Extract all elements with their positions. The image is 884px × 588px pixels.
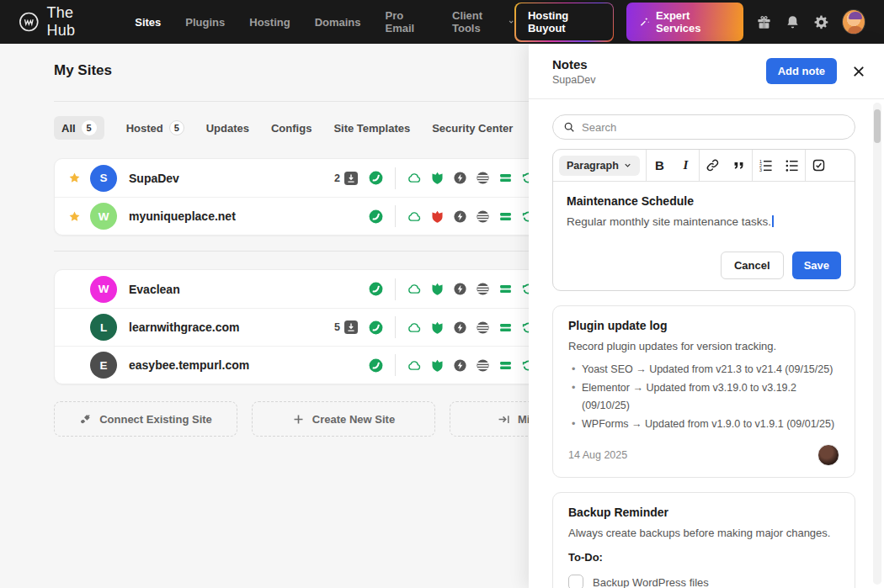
note-card-plugin-update-log[interactable]: Plugin update log Record plugin updates … (552, 305, 855, 478)
performance-bolt-icon[interactable] (453, 320, 467, 335)
plugin-update-item: WPForms → Updated from v1.9.0 to v1.9.1 … (568, 416, 839, 434)
checkbox-unchecked[interactable] (568, 575, 583, 588)
tab-updates[interactable]: Updates (206, 122, 249, 135)
bold-button[interactable]: B (647, 150, 673, 182)
uptime-bars-icon[interactable] (498, 282, 513, 296)
create-new-site-button[interactable]: Create New Site (252, 401, 435, 437)
sites-filter-tabs: All 5 Hosted 5 Updates Configs Site Temp… (54, 116, 513, 140)
wpmudev-plugin-icon[interactable] (358, 320, 393, 336)
brand[interactable]: The Hub (19, 4, 103, 40)
plugin-update-list: Yoast SEO → Updated from v21.3 to v21.4 … (568, 361, 839, 433)
hosting-cloud-icon[interactable] (407, 171, 422, 185)
note-body-value: Regular monthly site maintenance tasks. (567, 215, 771, 228)
gift-icon[interactable] (756, 14, 772, 30)
search-icon (563, 121, 575, 133)
hosting-buyout-button[interactable]: Hosting Buyout (514, 3, 614, 42)
italic-button[interactable]: I (673, 150, 699, 182)
performance-bolt-icon[interactable] (453, 358, 467, 373)
add-note-button[interactable]: Add note (766, 58, 837, 84)
page-title: My Sites (54, 62, 112, 79)
connect-existing-site-button[interactable]: Connect Existing Site (54, 401, 237, 437)
save-button[interactable]: Save (792, 252, 841, 279)
cancel-button[interactable]: Cancel (721, 252, 784, 279)
updates-available-badge[interactable]: 2 (314, 172, 358, 185)
settings-gear-icon[interactable] (813, 14, 829, 30)
updates-available-badge[interactable]: 5 (314, 320, 358, 334)
note-editor-content[interactable]: Maintenance Schedule Regular monthly sit… (553, 182, 855, 290)
client-tools-label: Client Tools (452, 9, 503, 34)
tab-all[interactable]: All 5 (54, 116, 104, 140)
site-name[interactable]: SupaDev (129, 172, 314, 185)
site-name[interactable]: Evaclean (129, 283, 314, 296)
user-avatar[interactable] (842, 9, 865, 34)
nav-item-pro-email[interactable]: Pro Email (386, 9, 428, 34)
security-shield-icon[interactable] (430, 171, 445, 185)
hosting-cloud-icon[interactable] (407, 282, 422, 296)
tab-configs[interactable]: Configs (271, 122, 312, 135)
nav-item-plugins[interactable]: Plugins (185, 16, 225, 29)
note-title-text[interactable]: Maintenance Schedule (567, 194, 841, 208)
navbar-right: Hosting Buyout Expert Services (514, 3, 865, 42)
wpmudev-plugin-icon[interactable] (358, 358, 393, 373)
notes-title: Notes (552, 57, 595, 72)
nav-item-client-tools[interactable]: Client Tools (452, 9, 514, 34)
blockquote-icon[interactable] (726, 150, 752, 182)
note-body-text[interactable]: Regular monthly site maintenance tasks. (567, 215, 841, 228)
notifications-bell-icon[interactable] (785, 14, 801, 30)
uptime-bars-icon[interactable] (498, 171, 513, 185)
tab-security-center[interactable]: Security Center (432, 122, 513, 135)
site-avatar: W (90, 203, 117, 230)
site-name[interactable]: easybee.tempurl.com (129, 358, 314, 372)
wpmudev-plugin-icon[interactable] (358, 170, 393, 186)
performance-bolt-icon[interactable] (453, 282, 467, 296)
paragraph-style-dropdown[interactable]: Paragraph (559, 156, 640, 176)
nav-item-domains[interactable]: Domains (315, 16, 361, 29)
nav-item-sites[interactable]: Sites (135, 16, 161, 29)
uptime-bars-icon[interactable] (498, 209, 513, 224)
panel-scrollbar-track[interactable] (873, 103, 881, 585)
smush-stripes-icon[interactable] (476, 320, 490, 335)
expert-services-button[interactable]: Expert Services (626, 3, 743, 41)
uptime-bars-icon[interactable] (498, 320, 513, 335)
link-icon[interactable] (700, 150, 726, 182)
editor-toolbar: Paragraph B I 123 (553, 150, 855, 182)
note-date: 14 Aug 2025 (568, 449, 627, 461)
smush-stripes-icon[interactable] (476, 282, 490, 296)
site-name[interactable]: myuniqueplace.net (129, 209, 314, 223)
service-icons (407, 320, 535, 335)
wpmudev-plugin-icon[interactable] (358, 281, 393, 297)
close-icon[interactable] (852, 65, 865, 78)
hosting-cloud-icon[interactable] (407, 209, 422, 224)
performance-bolt-icon[interactable] (453, 209, 467, 224)
security-shield-icon[interactable] (430, 209, 445, 224)
row-divider (395, 278, 396, 300)
panel-scrollbar-thumb[interactable] (874, 109, 881, 143)
hosting-cloud-icon[interactable] (407, 358, 422, 373)
uptime-bars-icon[interactable] (498, 358, 513, 373)
chevron-down-icon (508, 18, 514, 26)
note-card-backup-reminder[interactable]: Backup Reminder Always create backups be… (552, 492, 855, 588)
nav-item-hosting[interactable]: Hosting (249, 16, 290, 29)
bullet-list-icon[interactable] (779, 150, 805, 182)
hosting-cloud-icon[interactable] (407, 320, 422, 335)
site-name[interactable]: learnwithgrace.com (129, 320, 314, 334)
checklist-icon[interactable] (806, 150, 832, 182)
ordered-list-icon[interactable]: 123 (753, 150, 779, 182)
security-shield-icon[interactable] (430, 358, 445, 373)
favorite-star-icon[interactable] (68, 172, 90, 184)
search-input[interactable] (582, 121, 844, 134)
tab-hosted[interactable]: Hosted 5 (126, 120, 184, 135)
security-shield-icon[interactable] (430, 320, 445, 335)
smush-stripes-icon[interactable] (476, 358, 490, 373)
favorite-star-icon[interactable] (68, 210, 90, 223)
notes-search (552, 114, 855, 140)
tab-site-templates[interactable]: Site Templates (333, 122, 410, 135)
wpmudev-plugin-icon[interactable] (358, 209, 393, 225)
note-author-avatar[interactable] (817, 444, 839, 466)
todo-item-backup-files[interactable]: Backup WordPress files (568, 575, 839, 588)
security-shield-icon[interactable] (430, 282, 445, 296)
smush-stripes-icon[interactable] (476, 209, 490, 224)
smush-stripes-icon[interactable] (476, 171, 490, 185)
text-cursor (772, 215, 774, 227)
performance-bolt-icon[interactable] (453, 171, 467, 185)
